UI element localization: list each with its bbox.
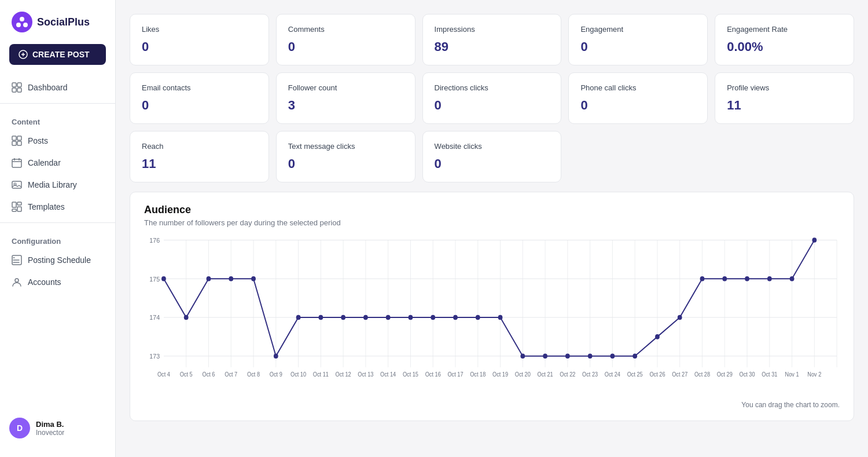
- sidebar-item-accounts[interactable]: Accounts: [0, 271, 115, 293]
- svg-rect-11: [12, 136, 16, 140]
- audience-chart: 176 175 174 173: [144, 236, 840, 398]
- stat-label: Website clicks: [435, 142, 550, 151]
- stat-label: Profile views: [727, 83, 842, 92]
- svg-point-87: [655, 334, 660, 339]
- svg-text:176: 176: [149, 236, 160, 244]
- stat-value: 0: [142, 39, 257, 54]
- stat-label: Likes: [142, 25, 257, 34]
- svg-text:Oct 16: Oct 16: [425, 371, 441, 378]
- stat-card-empty: [715, 131, 854, 182]
- svg-text:Oct 14: Oct 14: [380, 371, 396, 378]
- svg-rect-14: [17, 141, 21, 145]
- svg-point-82: [543, 353, 547, 359]
- svg-text:174: 174: [149, 314, 160, 321]
- stat-label: Impressions: [435, 25, 550, 34]
- stat-label: Reach: [142, 142, 257, 151]
- svg-point-72: [318, 315, 323, 320]
- calendar-icon: [12, 158, 22, 168]
- svg-point-89: [700, 276, 705, 281]
- svg-point-3: [23, 23, 28, 27]
- chart-container: 176 175 174 173: [144, 236, 840, 398]
- stats-row-3: Reach 11 Text message clicks 0 Website c…: [130, 131, 854, 182]
- stat-value: 0.00%: [727, 39, 842, 54]
- svg-point-75: [386, 315, 391, 320]
- svg-point-81: [520, 353, 525, 359]
- svg-text:Oct 25: Oct 25: [627, 371, 643, 378]
- svg-point-79: [476, 315, 480, 320]
- svg-point-76: [409, 315, 413, 320]
- stat-card-reach: Reach 11: [130, 131, 269, 182]
- sidebar-item-templates[interactable]: Templates: [0, 196, 115, 218]
- svg-point-90: [722, 276, 727, 281]
- audience-section: Audience The number of followers per day…: [130, 192, 854, 421]
- user-area: D Dima B. Inovector: [0, 411, 115, 445]
- stat-label: Comments: [288, 25, 403, 34]
- stat-label: Email contacts: [142, 83, 257, 92]
- svg-rect-9: [12, 88, 16, 92]
- svg-text:Oct 13: Oct 13: [358, 371, 373, 378]
- stat-card-phone-call-clicks: Phone call clicks 0: [568, 72, 708, 124]
- svg-text:Nov 2: Nov 2: [807, 371, 821, 378]
- svg-text:Nov 1: Nov 1: [785, 371, 799, 378]
- stat-card-email-contacts: Email contacts 0: [130, 72, 269, 124]
- svg-text:Oct 11: Oct 11: [313, 371, 329, 378]
- logo-icon: [12, 12, 32, 32]
- svg-text:Oct 17: Oct 17: [447, 371, 463, 378]
- stat-label: Directions clicks: [435, 83, 550, 92]
- brand-name: SocialPlus: [37, 16, 90, 28]
- svg-point-91: [745, 276, 749, 281]
- stat-card-empty: [568, 131, 708, 182]
- svg-text:Oct 28: Oct 28: [694, 371, 710, 378]
- stat-value: 3: [288, 98, 403, 113]
- svg-text:Oct 8: Oct 8: [247, 371, 260, 378]
- svg-text:Oct 15: Oct 15: [403, 371, 418, 378]
- stat-label: Text message clicks: [288, 142, 403, 151]
- svg-text:Oct 6: Oct 6: [202, 371, 215, 378]
- svg-text:Oct 27: Oct 27: [672, 371, 687, 378]
- stat-label: Engagement Rate: [727, 25, 842, 34]
- svg-point-73: [341, 315, 345, 320]
- svg-text:173: 173: [149, 353, 160, 360]
- svg-text:Oct 26: Oct 26: [649, 371, 665, 378]
- svg-point-67: [207, 276, 211, 281]
- stat-value: 0: [288, 39, 403, 54]
- stat-card-impressions: Impressions 89: [422, 14, 562, 65]
- sidebar-item-dashboard[interactable]: Dashboard: [0, 76, 115, 98]
- stat-value: 0: [435, 98, 550, 113]
- sidebar-item-posting-schedule[interactable]: Posting Schedule: [0, 249, 115, 271]
- accounts-icon: [12, 277, 22, 287]
- svg-rect-8: [17, 83, 21, 87]
- stat-card-directions-clicks: Directions clicks 0: [422, 72, 562, 124]
- svg-point-65: [161, 276, 166, 281]
- svg-text:Oct 7: Oct 7: [225, 371, 237, 378]
- stat-card-text-message-clicks: Text message clicks 0: [276, 131, 415, 182]
- svg-text:Oct 10: Oct 10: [290, 371, 307, 378]
- dashboard-icon: [12, 82, 22, 93]
- sidebar-item-calendar[interactable]: Calendar: [0, 152, 115, 174]
- posts-icon: [12, 136, 22, 146]
- stat-card-engagement-rate: Engagement Rate 0.00%: [715, 14, 854, 65]
- avatar: D: [9, 418, 30, 438]
- svg-point-77: [431, 315, 435, 320]
- stat-value: 0: [435, 156, 550, 171]
- stats-row-2: Email contacts 0 Follower count 3 Direct…: [130, 72, 854, 124]
- svg-point-88: [678, 315, 682, 320]
- svg-point-85: [610, 353, 615, 359]
- svg-text:Oct 29: Oct 29: [717, 371, 733, 378]
- user-name: Dima B.: [36, 420, 64, 429]
- sidebar-item-posts[interactable]: Posts: [0, 130, 115, 152]
- accounts-label: Accounts: [28, 277, 61, 287]
- sidebar-item-media-library[interactable]: Media Library: [0, 174, 115, 196]
- svg-text:175: 175: [149, 275, 160, 283]
- media-library-label: Media Library: [28, 180, 77, 189]
- media-library-icon: [12, 180, 22, 190]
- create-post-button[interactable]: CREATE POST: [9, 44, 106, 65]
- svg-text:Oct 12: Oct 12: [336, 371, 351, 378]
- stat-label: Phone call clicks: [580, 83, 696, 92]
- stat-card-likes: Likes 0: [130, 14, 269, 65]
- svg-point-86: [632, 353, 637, 359]
- stat-card-website-clicks: Website clicks 0: [422, 131, 562, 182]
- sidebar: SocialPlus CREATE POST Dashboard Content…: [0, 0, 116, 457]
- svg-point-93: [790, 276, 795, 281]
- content-section-label: Content: [0, 108, 115, 130]
